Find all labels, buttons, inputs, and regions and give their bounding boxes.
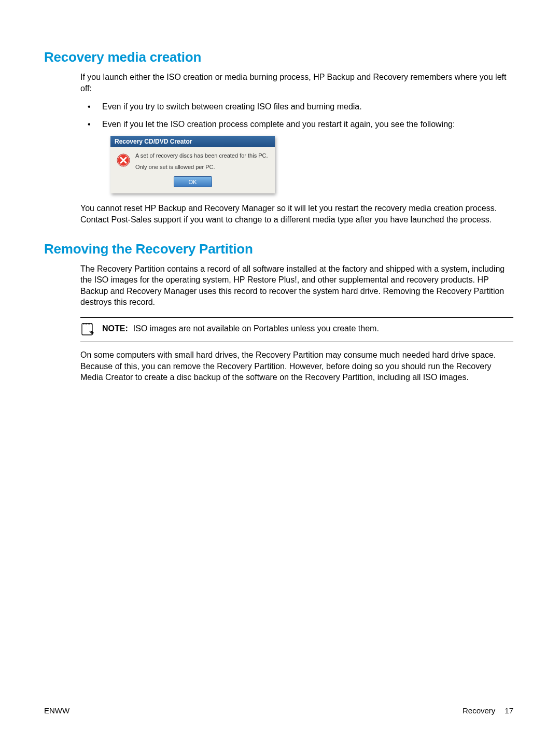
note-body: ISO images are not available on Portable… bbox=[133, 324, 379, 333]
dialog-body: A set of recovery discs has been created… bbox=[110, 147, 275, 193]
document-page: Recovery media creation If you launch ei… bbox=[0, 0, 560, 745]
heading-removing-recovery-partition: Removing the Recovery Partition bbox=[44, 241, 513, 257]
dialog-message-2: Only one set is allowed per PC. bbox=[135, 164, 270, 170]
footer-left: ENWW bbox=[44, 706, 69, 715]
bullet-item: Even if you try to switch between creati… bbox=[80, 101, 513, 113]
heading-recovery-media-creation: Recovery media creation bbox=[44, 49, 513, 65]
after-dialog-paragraph: You cannot reset HP Backup and Recovery … bbox=[44, 203, 513, 225]
note-callout: NOTE:ISO images are not available on Por… bbox=[80, 317, 513, 342]
bullet-item: Even if you let the ISO creation process… bbox=[80, 119, 513, 130]
footer-right: Recovery 17 bbox=[463, 706, 513, 715]
ok-button[interactable]: OK bbox=[174, 176, 212, 187]
section2-para2: On some computers with small hard drives… bbox=[44, 349, 513, 383]
dialog-titlebar: Recovery CD/DVD Creator bbox=[110, 136, 275, 147]
note-label: NOTE: bbox=[102, 324, 128, 333]
page-footer: ENWW Recovery 17 bbox=[44, 706, 513, 715]
footer-section-label: Recovery bbox=[463, 706, 495, 715]
bullet-list: Even if you try to switch between creati… bbox=[44, 101, 513, 130]
note-icon bbox=[80, 322, 95, 336]
svg-rect-2 bbox=[82, 324, 92, 335]
note-text: NOTE:ISO images are not available on Por… bbox=[102, 323, 379, 334]
intro-paragraph: If you launch either the ISO creation or… bbox=[44, 72, 513, 94]
dialog-message-1: A set of recovery discs has been created… bbox=[135, 152, 270, 159]
page-number: 17 bbox=[505, 706, 513, 715]
error-icon bbox=[117, 153, 130, 167]
dialog-content-row: A set of recovery discs has been created… bbox=[116, 152, 270, 170]
dialog-messages: A set of recovery discs has been created… bbox=[135, 152, 270, 170]
dialog-recovery-creator: Recovery CD/DVD Creator A set of recover… bbox=[110, 136, 275, 193]
section2-para1: The Recovery Partition contains a record… bbox=[44, 263, 513, 308]
